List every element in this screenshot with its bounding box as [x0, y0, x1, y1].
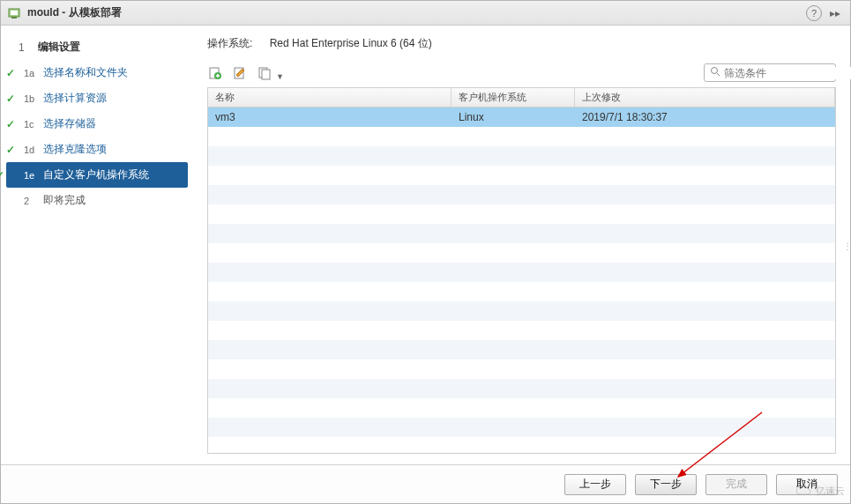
- dialog-body: 1 编辑设置 1a 选择名称和文件夹 1b 选择计算资源 1c 选择存储器 1d…: [1, 26, 850, 464]
- vm-icon: [8, 6, 22, 20]
- svg-point-8: [712, 68, 718, 74]
- step-label: 自定义客户机操作系统: [43, 167, 149, 182]
- col-modified[interactable]: 上次修改: [575, 88, 835, 107]
- back-button[interactable]: 上一步: [564, 474, 626, 495]
- titlebar: mould - 从模板部署 ? ▸▸: [1, 1, 850, 26]
- step-label: 编辑设置: [38, 40, 80, 55]
- table-row: [208, 282, 835, 301]
- window-title: mould - 从模板部署: [27, 5, 806, 20]
- toolbar-dropdown-icon[interactable]: ▼: [276, 72, 284, 81]
- table-row: [208, 166, 835, 185]
- table-row: [208, 437, 835, 454]
- edit-spec-icon[interactable]: [232, 65, 248, 81]
- table-row: [208, 243, 835, 263]
- step-label: 选择克隆选项: [43, 142, 107, 157]
- filter-input[interactable]: [724, 67, 851, 79]
- table-row: [208, 418, 835, 437]
- new-spec-icon[interactable]: [207, 65, 223, 81]
- table-body: vm3 Linux 2019/7/1 18:30:37: [208, 107, 835, 454]
- svg-line-9: [717, 73, 720, 76]
- wizard-step-1b[interactable]: 1b 选择计算资源: [1, 85, 193, 111]
- copy-spec-icon[interactable]: [257, 65, 272, 81]
- step-label: 选择名称和文件夹: [43, 65, 128, 80]
- step-label: 即将完成: [43, 193, 86, 208]
- wizard-step-2: 2 即将完成: [1, 188, 193, 213]
- svg-rect-7: [262, 70, 270, 79]
- step-label: 选择计算资源: [43, 91, 107, 106]
- wizard-step-1e[interactable]: 1e 自定义客户机操作系统: [6, 162, 188, 188]
- table-row: [208, 146, 835, 166]
- table-row[interactable]: vm3 Linux 2019/7/1 18:30:37: [208, 107, 835, 127]
- table-row: [208, 127, 835, 146]
- help-icon[interactable]: ?: [806, 5, 822, 21]
- os-value: Red Hat Enterprise Linux 6 (64 位): [270, 37, 432, 49]
- wizard-step-1c[interactable]: 1c 选择存储器: [1, 111, 193, 137]
- cell-guest-os: Linux: [452, 108, 575, 126]
- wizard-step-header: 1 编辑设置: [1, 34, 193, 60]
- table-row: [208, 359, 835, 379]
- table-row: [208, 204, 835, 224]
- toolbar: ▼ ▾: [207, 63, 836, 82]
- table-row: [208, 185, 835, 204]
- table-header: 名称 客户机操作系统 上次修改: [208, 88, 835, 107]
- col-guest-os[interactable]: 客户机操作系统: [452, 88, 575, 107]
- wizard-footer: 上一步 下一步 完成 取消: [1, 464, 850, 503]
- table-row: [208, 340, 835, 359]
- step-label: 选择存储器: [43, 116, 96, 131]
- next-button[interactable]: 下一步: [635, 474, 697, 495]
- wizard-step-1a[interactable]: 1a 选择名称和文件夹: [1, 60, 193, 85]
- wizard-step-1d[interactable]: 1d 选择克隆选项: [1, 137, 193, 162]
- spec-table: 名称 客户机操作系统 上次修改 vm3 Linux 2019/7/1 18:30…: [207, 87, 836, 454]
- cell-modified: 2019/7/1 18:30:37: [575, 108, 835, 126]
- table-row: [208, 263, 835, 282]
- svg-rect-1: [11, 11, 18, 15]
- expand-icon[interactable]: ▸▸: [827, 5, 843, 21]
- watermark: 亿速云: [795, 485, 845, 498]
- wizard-content: 操作系统: Red Hat Enterprise Linux 6 (64 位) …: [193, 26, 850, 464]
- table-row: [208, 321, 835, 340]
- table-row: [208, 301, 835, 321]
- search-icon: [710, 66, 720, 79]
- filter-box[interactable]: ▾: [704, 63, 836, 82]
- col-name[interactable]: 名称: [208, 88, 452, 107]
- wizard-sidebar: 1 编辑设置 1a 选择名称和文件夹 1b 选择计算资源 1c 选择存储器 1d…: [1, 26, 193, 464]
- table-row: [208, 379, 835, 398]
- deploy-template-dialog: mould - 从模板部署 ? ▸▸ 1 编辑设置 1a 选择名称和文件夹 1b…: [0, 0, 851, 504]
- table-row: [208, 224, 835, 243]
- resize-grip[interactable]: ⋮⋮: [843, 245, 850, 263]
- os-label: 操作系统:: [207, 37, 252, 49]
- finish-button: 完成: [705, 474, 767, 495]
- os-info: 操作系统: Red Hat Enterprise Linux 6 (64 位): [207, 36, 836, 51]
- cell-name: vm3: [208, 108, 452, 126]
- svg-rect-2: [11, 17, 17, 19]
- table-row: [208, 398, 835, 418]
